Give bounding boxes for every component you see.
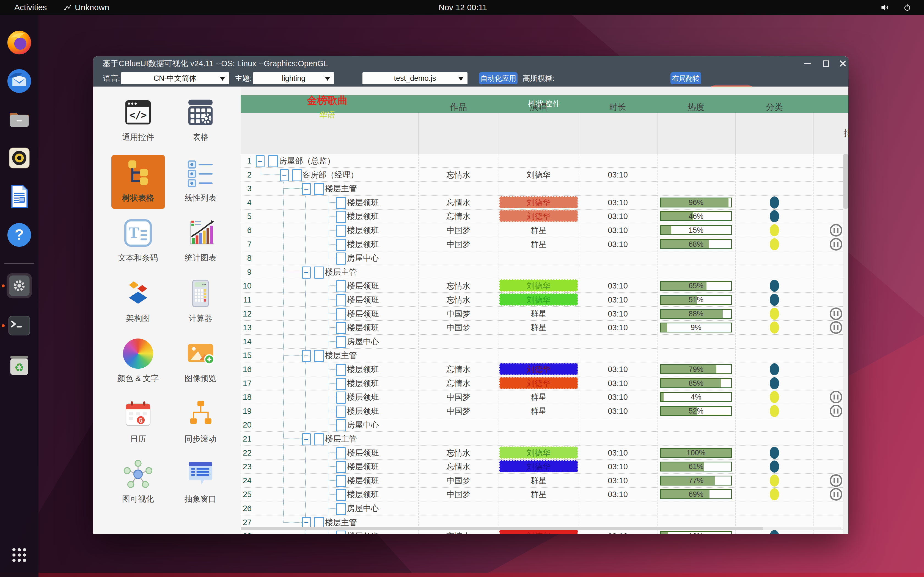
tree-checkbox[interactable]: [336, 322, 346, 334]
tree-checkbox[interactable]: [336, 197, 346, 209]
tree-expander[interactable]: [256, 155, 265, 167]
tree-icon[interactable]: [123, 158, 153, 188]
tree-checkbox[interactable]: [314, 183, 324, 195]
tree-checkbox[interactable]: [336, 294, 346, 306]
tree-checkbox[interactable]: [336, 489, 346, 501]
tree-checkbox[interactable]: [336, 378, 346, 390]
dock-terminal-icon[interactable]: [6, 313, 32, 339]
tree-checkbox[interactable]: [314, 433, 324, 445]
colors-icon[interactable]: [123, 338, 153, 369]
calendar-icon[interactable]: 5: [123, 399, 153, 429]
dock-writer-icon[interactable]: [6, 183, 32, 210]
pause-button[interactable]: [830, 321, 842, 334]
tree-checkbox[interactable]: [314, 350, 324, 362]
list-icon[interactable]: [185, 158, 216, 188]
dock-settings-icon[interactable]: [6, 272, 32, 299]
table-row[interactable]: 22楼层领班忘情水刘德华03:10100%: [241, 446, 848, 460]
table-row[interactable]: 8房屋中心: [241, 251, 848, 265]
pause-button[interactable]: [830, 474, 842, 487]
table-row[interactable]: 15楼层主管: [241, 348, 848, 363]
code-icon[interactable]: </>: [123, 97, 153, 127]
tree-checkbox[interactable]: [336, 308, 346, 321]
pause-button[interactable]: [830, 238, 842, 251]
table-row[interactable]: 7楼层领班中国梦群星03:1068%: [241, 237, 848, 251]
table-row[interactable]: 6楼层领班中国梦群星03:1015%: [241, 223, 848, 237]
window-icon[interactable]: [185, 459, 216, 489]
table-row[interactable]: 3楼层主管: [241, 182, 848, 196]
script-dropdown[interactable]: test_demo.js: [362, 72, 467, 84]
auto-apply-button[interactable]: 自动化应用: [479, 72, 517, 84]
tree-checkbox[interactable]: [336, 447, 346, 459]
tree-checkbox[interactable]: [336, 253, 346, 264]
table-row[interactable]: 14房屋中心: [241, 335, 848, 349]
pause-button[interactable]: [830, 405, 842, 417]
status-label[interactable]: Unknown: [75, 0, 109, 15]
dock-thunderbird-icon[interactable]: [6, 68, 32, 94]
tree-expander[interactable]: [302, 433, 311, 445]
pause-button[interactable]: [830, 308, 842, 320]
tree-expander[interactable]: [302, 350, 311, 362]
tree-checkbox[interactable]: [336, 225, 346, 237]
tree-checkbox[interactable]: [336, 406, 346, 417]
tree-checkbox[interactable]: [336, 392, 346, 404]
pause-button[interactable]: [830, 224, 842, 237]
power-icon[interactable]: [903, 3, 912, 12]
tree-checkbox[interactable]: [336, 336, 346, 348]
tree-checkbox[interactable]: [268, 155, 278, 167]
calc-icon[interactable]: [185, 278, 216, 309]
partial1-icon[interactable]: [123, 529, 153, 534]
table-row[interactable]: 18楼层领班中国梦群星03:104%: [241, 390, 848, 404]
table-row[interactable]: 21楼层主管: [241, 432, 848, 446]
tree-checkbox[interactable]: [336, 475, 346, 487]
layout-flip-button[interactable]: 布局翻转: [670, 72, 701, 84]
table-row[interactable]: 17楼层领班忘情水刘德华03:1085%: [241, 376, 848, 390]
pause-button[interactable]: [830, 391, 842, 403]
dock-rhythmbox-icon[interactable]: [6, 145, 32, 171]
graph-icon[interactable]: [123, 459, 153, 489]
dock-firefox-icon[interactable]: [6, 29, 32, 56]
tree-checkbox[interactable]: [336, 461, 346, 473]
tree-checkbox[interactable]: [336, 211, 346, 223]
table-row[interactable]: 26房屋中心: [241, 501, 848, 516]
table-row[interactable]: 11楼层领班忘情水刘德华03:1051%: [241, 293, 848, 307]
theme-dropdown[interactable]: lighting: [253, 72, 334, 84]
table-row[interactable]: 4楼层领班忘情水刘德华03:1096%: [241, 196, 848, 210]
activities-button[interactable]: Activities: [14, 0, 47, 15]
table-row[interactable]: 1房屋部（总监）: [241, 154, 848, 168]
tree-expander[interactable]: [302, 266, 311, 279]
table-row[interactable]: 19楼层领班中国梦群星03:1052%: [241, 404, 848, 418]
dock-trash-icon[interactable]: ♻: [6, 352, 32, 379]
table-row[interactable]: 9楼层主管: [241, 265, 848, 279]
sync-icon[interactable]: [185, 399, 216, 429]
arch-icon[interactable]: [123, 278, 153, 309]
tableic-icon[interactable]: [185, 97, 216, 127]
chart-icon[interactable]: [185, 218, 216, 248]
table-row[interactable]: 12楼层领班中国梦群星03:1088%: [241, 307, 848, 321]
language-dropdown[interactable]: CN-中文简体: [121, 72, 229, 84]
tree-expander[interactable]: [280, 169, 289, 181]
textcode-icon[interactable]: T: [123, 218, 153, 248]
minimize-button[interactable]: [802, 58, 813, 68]
clock[interactable]: Nov 12 00:11: [439, 0, 487, 15]
tree-checkbox[interactable]: [336, 280, 346, 292]
tree-checkbox[interactable]: [336, 503, 346, 515]
horizontal-scrollbar-thumb[interactable]: [241, 527, 763, 530]
tree-checkbox[interactable]: [336, 239, 346, 251]
table-row[interactable]: 23楼层领班忘情水刘德华03:1061%: [241, 460, 848, 474]
partial2-icon[interactable]: [185, 529, 216, 534]
tree-checkbox[interactable]: [314, 266, 324, 279]
tree-checkbox[interactable]: [336, 419, 346, 431]
tree-checkbox[interactable]: [336, 364, 346, 376]
volume-icon[interactable]: [880, 3, 890, 12]
table-row[interactable]: 13楼层领班中国梦群星03:109%: [241, 321, 848, 335]
table-row[interactable]: 20房屋中心: [241, 418, 848, 432]
vertical-scrollbar-thumb[interactable]: [843, 154, 848, 209]
maximize-button[interactable]: [820, 58, 831, 68]
table-row[interactable]: 25楼层领班中国梦群星03:1069%: [241, 487, 848, 501]
dock-files-icon[interactable]: [6, 106, 32, 133]
table-row[interactable]: 16楼层领班忘情水刘德华03:1079%: [241, 363, 848, 376]
tree-expander[interactable]: [302, 183, 311, 195]
table-row[interactable]: 24楼层领班中国梦群星03:1077%: [241, 474, 848, 488]
dock-app-grid-icon[interactable]: [6, 542, 32, 568]
close-button[interactable]: [837, 58, 848, 68]
